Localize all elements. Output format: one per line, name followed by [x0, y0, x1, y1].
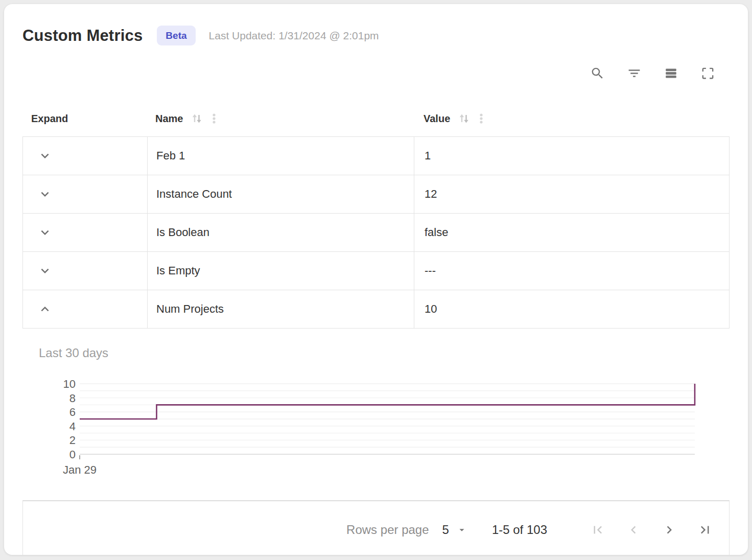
metric-history-chart: 0246810Jan 29	[22, 372, 730, 478]
chevron-down-icon	[37, 186, 53, 202]
pagination-range-label: 1-5 of 103	[492, 523, 547, 537]
sort-icon[interactable]	[190, 112, 203, 125]
page-title: Custom Metrics	[22, 27, 143, 45]
chevron-left-icon	[626, 522, 641, 538]
collapse-row-button[interactable]	[23, 301, 56, 317]
value-cell: 12	[414, 175, 729, 213]
chevron-right-icon	[662, 522, 677, 538]
table-header-row: Expand Name Value	[22, 101, 730, 136]
rows-per-page-value[interactable]: 5	[442, 523, 449, 537]
svg-text:2: 2	[69, 434, 76, 447]
svg-text:0: 0	[69, 448, 76, 461]
column-menu-icon[interactable]	[476, 112, 487, 125]
value-cell: 1	[414, 137, 729, 175]
chevron-down-icon	[37, 263, 53, 278]
last-updated-text: Last Updated: 1/31/2024 @ 2:01pm	[209, 30, 379, 42]
expand-row-button[interactable]	[23, 224, 56, 241]
search-icon[interactable]	[590, 65, 605, 81]
svg-text:Jan 29: Jan 29	[63, 463, 97, 476]
svg-text:8: 8	[69, 392, 76, 405]
page-header: Custom Metrics Beta Last Updated: 1/31/2…	[22, 4, 730, 45]
expand-cell	[23, 214, 147, 251]
filter-icon[interactable]	[626, 65, 642, 81]
table-footer: Rows per page 5 1-5 of 103	[22, 500, 730, 555]
name-cell: Feb 1	[147, 137, 414, 175]
table-row: Is Boolean false	[23, 213, 729, 251]
table-toolbar	[22, 65, 730, 81]
column-header-value-label: Value	[424, 113, 450, 125]
column-header-name[interactable]: Name	[147, 112, 413, 125]
table-body: Feb 1 1 Instance Count 12	[22, 136, 730, 329]
previous-page-button[interactable]	[626, 522, 641, 538]
rows-per-page-label: Rows per page	[346, 523, 429, 537]
chevron-up-icon	[37, 301, 53, 317]
first-page-icon	[590, 522, 605, 538]
expand-row-button[interactable]	[23, 263, 56, 279]
metrics-table: Expand Name Value	[22, 101, 730, 555]
table-row: Instance Count 12	[23, 175, 729, 213]
expand-cell	[23, 252, 147, 290]
rows-per-page-dropdown-icon[interactable]	[456, 524, 467, 535]
name-cell: Instance Count	[147, 175, 414, 213]
svg-text:10: 10	[63, 378, 76, 390]
column-header-expand: Expand	[22, 113, 147, 125]
sort-icon[interactable]	[457, 112, 471, 125]
chevron-down-icon	[37, 225, 53, 240]
chevron-down-icon	[37, 148, 53, 164]
density-icon[interactable]	[663, 65, 678, 81]
column-header-name-label: Name	[155, 113, 183, 125]
name-cell: Is Empty	[147, 252, 414, 290]
svg-text:6: 6	[69, 406, 76, 418]
expand-row-button[interactable]	[23, 186, 56, 202]
last-page-button[interactable]	[697, 522, 713, 538]
table-row: Is Empty ---	[23, 251, 729, 290]
column-header-value[interactable]: Value	[413, 112, 730, 125]
expand-cell	[23, 175, 147, 213]
table-row-expanded: Num Projects 10	[23, 290, 729, 329]
first-page-button[interactable]	[590, 522, 605, 538]
name-cell: Is Boolean	[147, 214, 414, 251]
beta-badge: Beta	[157, 26, 195, 45]
name-cell: Num Projects	[147, 290, 414, 328]
chart-title: Last 30 days	[22, 346, 730, 360]
value-cell: ---	[414, 252, 729, 290]
value-cell: false	[414, 214, 729, 251]
expand-row-button[interactable]	[23, 148, 56, 164]
column-menu-icon[interactable]	[208, 112, 220, 125]
column-header-expand-label: Expand	[31, 113, 68, 125]
expand-cell	[23, 290, 147, 328]
expand-cell	[23, 137, 147, 175]
pagination-controls	[570, 522, 713, 538]
svg-text:4: 4	[69, 420, 76, 433]
last-page-icon	[697, 522, 713, 538]
fullscreen-icon[interactable]	[700, 65, 715, 81]
custom-metrics-card: Custom Metrics Beta Last Updated: 1/31/2…	[4, 4, 748, 555]
table-row: Feb 1 1	[23, 136, 729, 175]
next-page-button[interactable]	[662, 522, 677, 538]
value-cell: 10	[414, 290, 729, 328]
row-detail-panel: Last 30 days 0246810Jan 29	[22, 329, 730, 500]
